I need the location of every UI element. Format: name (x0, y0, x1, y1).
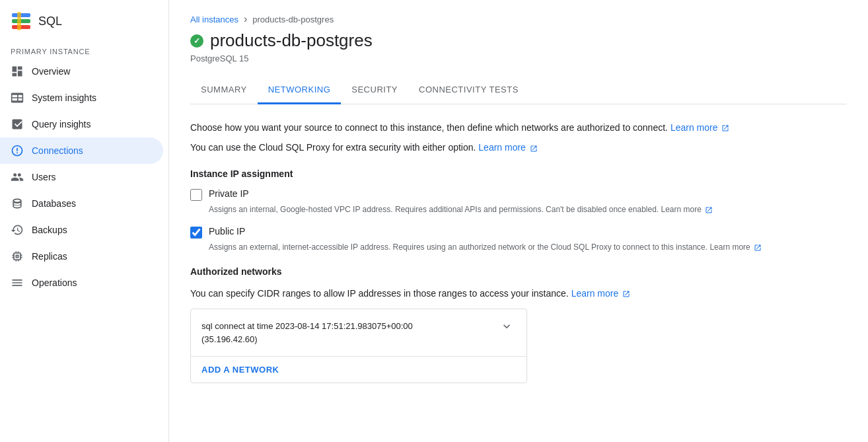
replicas-icon (11, 250, 24, 263)
sidebar-item-connections-label: Connections (32, 145, 83, 156)
sidebar-item-users[interactable]: Users (0, 164, 163, 190)
sidebar-item-system-insights-label: System insights (32, 92, 96, 103)
public-ip-desc: Assigns an external, internet-accessible… (209, 241, 847, 253)
network-entry-line2: (35.196.42.60) (201, 333, 413, 346)
ip-assignment-heading: Instance IP assignment (190, 168, 847, 179)
intro-link-1[interactable]: Learn more (670, 122, 718, 133)
ext-link-icon-3 (705, 206, 713, 214)
sidebar-section-label: PRIMARY INSTANCE (0, 40, 168, 58)
sidebar-item-query-insights-label: Query insights (32, 119, 90, 129)
page-title: products-db-postgres (210, 30, 373, 51)
intro-link-2[interactable]: Learn more (478, 142, 526, 153)
sidebar-item-connections[interactable]: Connections (0, 137, 163, 164)
private-ip-row: Private IP (190, 188, 847, 201)
breadcrumb-separator: › (244, 13, 247, 25)
ip-assignment-section: Instance IP assignment Private IP Assign… (190, 168, 847, 253)
overview-icon (11, 65, 24, 78)
tabs-bar: SUMMARY NETWORKING SECURITY CONNECTIVITY… (190, 77, 847, 104)
tab-connectivity-tests[interactable]: CONNECTIVITY TESTS (408, 77, 529, 104)
chevron-down-icon (500, 320, 513, 333)
backups-icon (11, 223, 24, 237)
svg-rect-3 (17, 12, 21, 30)
users-icon (11, 170, 24, 184)
network-entry-line1: sql connect at time 2023-08-14 17:51:21.… (201, 320, 413, 333)
sidebar-header: SQL (0, 0, 168, 40)
query-insights-icon (11, 118, 24, 131)
connections-icon (11, 144, 24, 157)
sql-logo-icon (11, 11, 32, 32)
tab-security[interactable]: SECURITY (341, 77, 408, 104)
sidebar-item-query-insights[interactable]: Query insights (0, 111, 163, 137)
intro-text-2: You can use the Cloud SQL Proxy for extr… (190, 140, 847, 155)
networks-box: sql connect at time 2023-08-14 17:51:21.… (190, 309, 527, 383)
authorized-networks-link[interactable]: Learn more (571, 288, 619, 299)
ext-link-icon-5 (622, 290, 630, 298)
sidebar-item-replicas-label: Replicas (32, 251, 67, 262)
operations-icon (11, 276, 24, 289)
app-title: SQL (38, 15, 62, 28)
add-network-button[interactable]: ADD A NETWORK (191, 357, 526, 383)
authorized-networks-heading: Authorized networks (190, 266, 847, 277)
network-entry-expand-button[interactable] (497, 320, 516, 333)
ext-link-icon-2 (530, 145, 538, 153)
intro-text-1: Choose how you want your source to conne… (190, 120, 847, 135)
intro-section: Choose how you want your source to conne… (190, 120, 847, 155)
sidebar-item-backups-label: Backups (32, 225, 67, 235)
sidebar-item-overview[interactable]: Overview (0, 58, 163, 85)
sidebar-item-users-label: Users (32, 172, 56, 182)
tab-summary[interactable]: SUMMARY (190, 77, 258, 104)
network-entry: sql connect at time 2023-08-14 17:51:21.… (191, 309, 526, 357)
private-ip-link[interactable]: Learn more (661, 205, 702, 214)
sidebar-item-databases-label: Databases (32, 198, 76, 209)
private-ip-group: Private IP Assigns an internal, Google-h… (190, 188, 847, 215)
sidebar-item-backups[interactable]: Backups (0, 217, 163, 243)
sidebar-item-overview-label: Overview (32, 66, 70, 77)
authorized-networks-section: Authorized networks You can specify CIDR… (190, 266, 847, 383)
databases-icon (11, 197, 24, 210)
breadcrumb-all-instances[interactable]: All instances (190, 15, 238, 24)
private-ip-checkbox[interactable] (190, 189, 202, 201)
sidebar-item-replicas[interactable]: Replicas (0, 243, 163, 270)
public-ip-link[interactable]: Learn more (709, 242, 750, 252)
private-ip-label[interactable]: Private IP (209, 188, 249, 199)
main-content: All instances › products-db-postgres pro… (169, 0, 868, 442)
ext-link-icon-4 (754, 244, 762, 252)
breadcrumb-current: products-db-postgres (252, 15, 334, 24)
breadcrumb: All instances › products-db-postgres (190, 13, 847, 25)
sidebar-item-system-insights[interactable]: System insights (0, 85, 163, 111)
page-header: products-db-postgres (190, 30, 847, 51)
authorized-networks-desc: You can specify CIDR ranges to allow IP … (190, 286, 847, 301)
page-subtitle: PostgreSQL 15 (190, 54, 847, 63)
sidebar-item-databases[interactable]: Databases (0, 190, 163, 217)
sidebar-item-operations[interactable]: Operations (0, 270, 163, 296)
public-ip-checkbox[interactable] (190, 227, 202, 239)
network-entry-text: sql connect at time 2023-08-14 17:51:21.… (201, 320, 413, 346)
public-ip-label[interactable]: Public IP (209, 226, 245, 237)
sidebar-item-operations-label: Operations (32, 277, 77, 288)
status-indicator (190, 34, 203, 48)
tab-networking[interactable]: NETWORKING (258, 77, 342, 104)
sidebar: SQL PRIMARY INSTANCE Overview System ins… (0, 0, 169, 442)
system-insights-icon (11, 91, 24, 104)
ext-link-icon-1 (721, 124, 729, 132)
public-ip-group: Public IP Assigns an external, internet-… (190, 226, 847, 253)
public-ip-row: Public IP (190, 226, 847, 239)
private-ip-desc: Assigns an internal, Google-hosted VPC I… (209, 203, 847, 215)
